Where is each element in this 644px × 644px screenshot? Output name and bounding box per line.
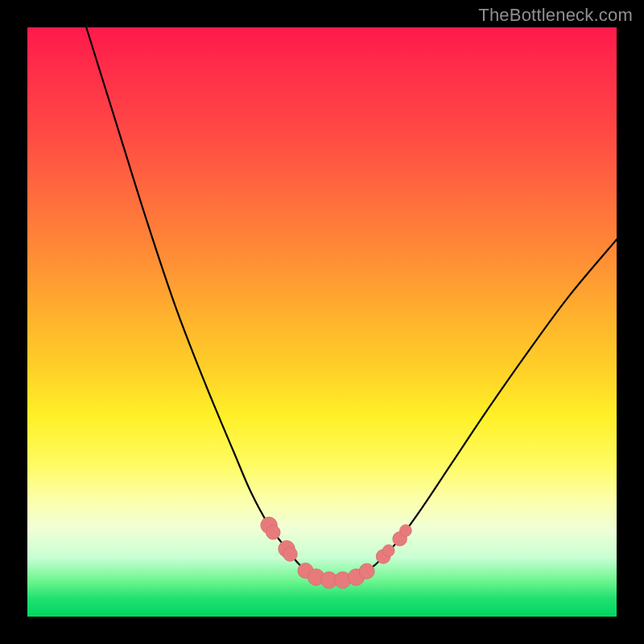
curve-markers [261,517,411,588]
curve-marker [359,564,374,579]
watermark-text: TheBottleneck.com [478,5,633,26]
curve-marker [400,525,412,537]
plot-area [27,27,617,617]
curve-marker [283,547,298,562]
curve-marker [382,545,394,557]
chart-frame: TheBottleneck.com [0,0,644,644]
bottleneck-curve-path [86,27,617,580]
curve-svg [27,27,617,617]
curve-marker [266,526,280,540]
